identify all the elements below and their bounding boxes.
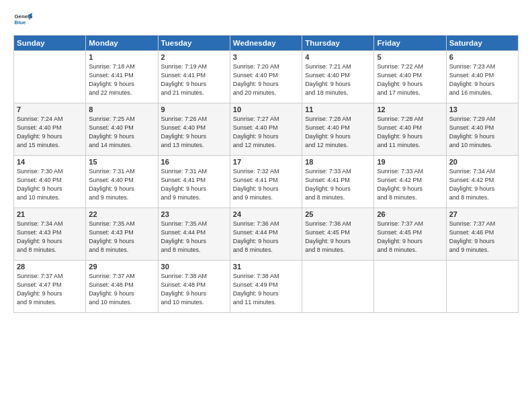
cell-content: Sunrise: 7:33 AM Sunset: 4:41 PM Dayligh… bbox=[305, 167, 371, 202]
calendar-cell: 11Sunrise: 7:28 AM Sunset: 4:40 PM Dayli… bbox=[302, 103, 374, 156]
svg-text:Blue: Blue bbox=[15, 19, 27, 26]
calendar-cell: 8Sunrise: 7:25 AM Sunset: 4:40 PM Daylig… bbox=[86, 103, 158, 156]
header: General Blue bbox=[13, 11, 519, 30]
day-number: 24 bbox=[233, 210, 299, 218]
cell-content: Sunrise: 7:37 AM Sunset: 4:47 PM Dayligh… bbox=[17, 272, 83, 307]
day-number: 10 bbox=[233, 105, 299, 113]
cell-content: Sunrise: 7:26 AM Sunset: 4:40 PM Dayligh… bbox=[161, 115, 227, 150]
calendar-header-saturday: Saturday bbox=[446, 36, 518, 51]
calendar-cell: 1Sunrise: 7:18 AM Sunset: 4:41 PM Daylig… bbox=[86, 51, 158, 103]
day-number: 5 bbox=[377, 53, 443, 61]
calendar-header-friday: Friday bbox=[374, 36, 446, 51]
cell-content: Sunrise: 7:36 AM Sunset: 4:45 PM Dayligh… bbox=[305, 220, 371, 255]
calendar-week-1: 1Sunrise: 7:18 AM Sunset: 4:41 PM Daylig… bbox=[14, 51, 519, 103]
calendar-cell: 27Sunrise: 7:37 AM Sunset: 4:46 PM Dayli… bbox=[446, 208, 518, 261]
cell-content: Sunrise: 7:37 AM Sunset: 4:46 PM Dayligh… bbox=[449, 220, 515, 255]
logo-icon: General Blue bbox=[13, 11, 32, 30]
calendar-cell: 14Sunrise: 7:30 AM Sunset: 4:40 PM Dayli… bbox=[14, 156, 86, 208]
day-number: 11 bbox=[305, 105, 371, 113]
day-number: 13 bbox=[449, 105, 515, 113]
day-number: 16 bbox=[161, 158, 227, 166]
cell-content: Sunrise: 7:37 AM Sunset: 4:48 PM Dayligh… bbox=[89, 272, 154, 307]
calendar-header-thursday: Thursday bbox=[302, 36, 374, 51]
day-number: 27 bbox=[449, 210, 515, 218]
logo: General Blue bbox=[13, 11, 35, 30]
calendar-cell: 6Sunrise: 7:23 AM Sunset: 4:40 PM Daylig… bbox=[446, 51, 518, 103]
cell-content: Sunrise: 7:30 AM Sunset: 4:40 PM Dayligh… bbox=[17, 167, 83, 202]
calendar-cell: 3Sunrise: 7:20 AM Sunset: 4:40 PM Daylig… bbox=[230, 51, 302, 103]
day-number: 8 bbox=[89, 105, 154, 113]
cell-content: Sunrise: 7:35 AM Sunset: 4:44 PM Dayligh… bbox=[161, 220, 227, 255]
day-number: 17 bbox=[233, 158, 299, 166]
calendar-cell: 9Sunrise: 7:26 AM Sunset: 4:40 PM Daylig… bbox=[158, 103, 230, 156]
cell-content: Sunrise: 7:27 AM Sunset: 4:40 PM Dayligh… bbox=[233, 115, 299, 150]
cell-content: Sunrise: 7:36 AM Sunset: 4:44 PM Dayligh… bbox=[233, 220, 299, 255]
day-number: 20 bbox=[449, 158, 515, 166]
cell-content: Sunrise: 7:38 AM Sunset: 4:49 PM Dayligh… bbox=[233, 272, 299, 307]
day-number: 14 bbox=[17, 158, 83, 166]
calendar-cell: 23Sunrise: 7:35 AM Sunset: 4:44 PM Dayli… bbox=[158, 208, 230, 261]
calendar-header-monday: Monday bbox=[86, 36, 158, 51]
cell-content: Sunrise: 7:29 AM Sunset: 4:40 PM Dayligh… bbox=[449, 115, 515, 150]
calendar-cell: 29Sunrise: 7:37 AM Sunset: 4:48 PM Dayli… bbox=[86, 261, 158, 313]
cell-content: Sunrise: 7:38 AM Sunset: 4:48 PM Dayligh… bbox=[161, 272, 227, 307]
calendar-week-2: 7Sunrise: 7:24 AM Sunset: 4:40 PM Daylig… bbox=[14, 103, 519, 156]
calendar-cell: 28Sunrise: 7:37 AM Sunset: 4:47 PM Dayli… bbox=[14, 261, 86, 313]
calendar-cell bbox=[302, 261, 374, 313]
cell-content: Sunrise: 7:25 AM Sunset: 4:40 PM Dayligh… bbox=[89, 115, 154, 150]
cell-content: Sunrise: 7:31 AM Sunset: 4:41 PM Dayligh… bbox=[161, 167, 227, 202]
calendar-cell: 21Sunrise: 7:34 AM Sunset: 4:43 PM Dayli… bbox=[14, 208, 86, 261]
calendar-cell: 25Sunrise: 7:36 AM Sunset: 4:45 PM Dayli… bbox=[302, 208, 374, 261]
calendar-cell: 12Sunrise: 7:28 AM Sunset: 4:40 PM Dayli… bbox=[374, 103, 446, 156]
cell-content: Sunrise: 7:35 AM Sunset: 4:43 PM Dayligh… bbox=[89, 220, 154, 255]
calendar-table: SundayMondayTuesdayWednesdayThursdayFrid… bbox=[13, 35, 519, 313]
day-number: 19 bbox=[377, 158, 443, 166]
calendar-header-row: SundayMondayTuesdayWednesdayThursdayFrid… bbox=[14, 36, 519, 51]
calendar-week-5: 28Sunrise: 7:37 AM Sunset: 4:47 PM Dayli… bbox=[14, 261, 519, 313]
cell-content: Sunrise: 7:22 AM Sunset: 4:40 PM Dayligh… bbox=[377, 62, 443, 97]
day-number: 3 bbox=[233, 53, 299, 61]
calendar-header-sunday: Sunday bbox=[14, 36, 86, 51]
cell-content: Sunrise: 7:28 AM Sunset: 4:40 PM Dayligh… bbox=[305, 115, 371, 150]
day-number: 4 bbox=[305, 53, 371, 61]
day-number: 1 bbox=[89, 53, 154, 61]
calendar-cell: 10Sunrise: 7:27 AM Sunset: 4:40 PM Dayli… bbox=[230, 103, 302, 156]
day-number: 28 bbox=[17, 263, 83, 271]
calendar-cell: 24Sunrise: 7:36 AM Sunset: 4:44 PM Dayli… bbox=[230, 208, 302, 261]
calendar-cell: 5Sunrise: 7:22 AM Sunset: 4:40 PM Daylig… bbox=[374, 51, 446, 103]
day-number: 6 bbox=[449, 53, 515, 61]
calendar-cell: 4Sunrise: 7:21 AM Sunset: 4:40 PM Daylig… bbox=[302, 51, 374, 103]
day-number: 25 bbox=[305, 210, 371, 218]
calendar-header-wednesday: Wednesday bbox=[230, 36, 302, 51]
day-number: 26 bbox=[377, 210, 443, 218]
cell-content: Sunrise: 7:20 AM Sunset: 4:40 PM Dayligh… bbox=[233, 62, 299, 97]
calendar-cell: 17Sunrise: 7:32 AM Sunset: 4:41 PM Dayli… bbox=[230, 156, 302, 208]
cell-content: Sunrise: 7:23 AM Sunset: 4:40 PM Dayligh… bbox=[449, 62, 515, 97]
page-container: General Blue SundayMondayTuesdayWednesda… bbox=[0, 0, 532, 411]
cell-content: Sunrise: 7:31 AM Sunset: 4:40 PM Dayligh… bbox=[89, 167, 154, 202]
cell-content: Sunrise: 7:32 AM Sunset: 4:41 PM Dayligh… bbox=[233, 167, 299, 202]
calendar-week-4: 21Sunrise: 7:34 AM Sunset: 4:43 PM Dayli… bbox=[14, 208, 519, 261]
calendar-cell: 15Sunrise: 7:31 AM Sunset: 4:40 PM Dayli… bbox=[86, 156, 158, 208]
cell-content: Sunrise: 7:24 AM Sunset: 4:40 PM Dayligh… bbox=[17, 115, 83, 150]
calendar-cell: 19Sunrise: 7:33 AM Sunset: 4:42 PM Dayli… bbox=[374, 156, 446, 208]
calendar-cell: 7Sunrise: 7:24 AM Sunset: 4:40 PM Daylig… bbox=[14, 103, 86, 156]
day-number: 9 bbox=[161, 105, 227, 113]
calendar-cell: 30Sunrise: 7:38 AM Sunset: 4:48 PM Dayli… bbox=[158, 261, 230, 313]
day-number: 29 bbox=[89, 263, 154, 271]
calendar-cell: 22Sunrise: 7:35 AM Sunset: 4:43 PM Dayli… bbox=[86, 208, 158, 261]
cell-content: Sunrise: 7:19 AM Sunset: 4:41 PM Dayligh… bbox=[161, 62, 227, 97]
calendar-header-tuesday: Tuesday bbox=[158, 36, 230, 51]
day-number: 30 bbox=[161, 263, 227, 271]
cell-content: Sunrise: 7:33 AM Sunset: 4:42 PM Dayligh… bbox=[377, 167, 443, 202]
calendar-cell: 31Sunrise: 7:38 AM Sunset: 4:49 PM Dayli… bbox=[230, 261, 302, 313]
calendar-cell: 16Sunrise: 7:31 AM Sunset: 4:41 PM Dayli… bbox=[158, 156, 230, 208]
day-number: 2 bbox=[161, 53, 227, 61]
day-number: 21 bbox=[17, 210, 83, 218]
day-number: 18 bbox=[305, 158, 371, 166]
day-number: 12 bbox=[377, 105, 443, 113]
cell-content: Sunrise: 7:34 AM Sunset: 4:42 PM Dayligh… bbox=[449, 167, 515, 202]
calendar-cell bbox=[446, 261, 518, 313]
day-number: 22 bbox=[89, 210, 154, 218]
cell-content: Sunrise: 7:34 AM Sunset: 4:43 PM Dayligh… bbox=[17, 220, 83, 255]
